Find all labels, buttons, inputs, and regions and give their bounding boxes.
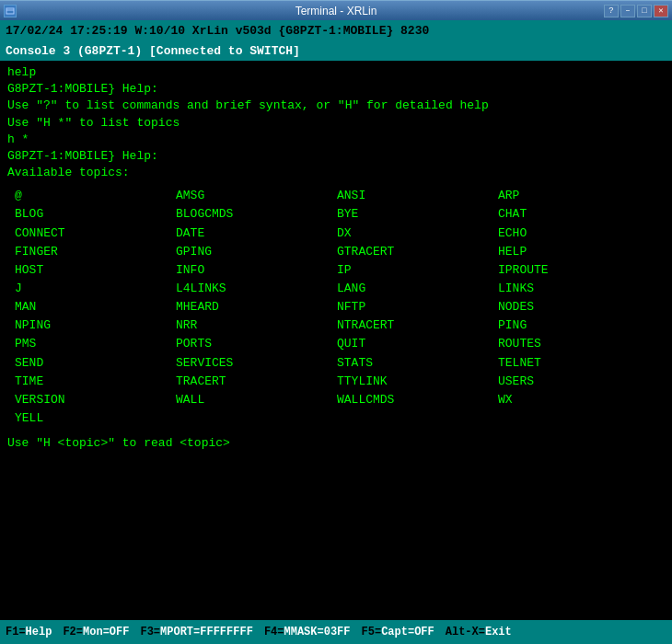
status-text: 17/02/24 17:25:19 W:10/10 XrLin v503d {G… [6, 24, 429, 38]
fn-bar: F1=HelpF2=Mon=OFFF3=MPORT=FFFFFFFFF4=MMA… [0, 620, 672, 644]
terminal-icon [4, 5, 17, 17]
fn-key-2[interactable]: F2=Mon=OFF [57, 620, 134, 644]
terminal-line: Use "?" to list commands and brief synta… [7, 98, 665, 114]
topic-item: WX [498, 391, 659, 409]
topic-item: TTYLINK [337, 373, 498, 391]
topic-item: SERVICES [176, 354, 337, 373]
topic-item: NTRACERT [337, 316, 498, 335]
console-text: Console 3 (G8PZT-1) [Connected to SWITCH… [6, 44, 300, 58]
terminal-line: help [7, 64, 665, 81]
topic-item: LANG [337, 280, 498, 298]
terminal-line: G8PZT-1:MOBILE} Help: [7, 81, 665, 98]
topic-item: NRR [176, 316, 337, 335]
topic-item: TRACERT [176, 373, 337, 391]
terminal-line: Available topics: [7, 165, 665, 181]
topic-item: TELNET [498, 354, 659, 373]
terminal-line: Use "H *" to list topics [7, 115, 665, 132]
svg-rect-0 [6, 8, 14, 14]
topic-item: FINGER [15, 243, 176, 261]
fn-key-4[interactable]: F4=MMASK=03FF [259, 620, 356, 644]
topic-item: BYE [337, 205, 498, 224]
topic-item: AMSG [176, 187, 337, 205]
topic-item: VERSION [15, 391, 176, 409]
fn-key-1[interactable]: F1=Help [0, 620, 57, 644]
topic-item: ARP [498, 187, 659, 205]
topics-list: @AMSGANSIARPBLOGBLOGCMDSBYECHATCONNECTDA… [15, 187, 665, 428]
topic-item: ANSI [337, 187, 498, 205]
fn-key-6[interactable]: Alt-X=Exit [440, 620, 517, 644]
status-bar: 17/02/24 17:25:19 W:10/10 XrLin v503d {G… [0, 20, 672, 40]
help-button[interactable]: ? [604, 5, 619, 17]
topic-item: DX [337, 224, 498, 243]
terminal-output: helpG8PZT-1:MOBILE} Help:Use "?" to list… [7, 64, 665, 181]
fn-key-5[interactable]: F5=Capt=OFF [356, 620, 440, 644]
title-bar-left [4, 5, 17, 17]
topic-item: USERS [498, 373, 659, 391]
topic-item: NFTP [337, 298, 498, 316]
topic-item: L4LINKS [176, 280, 337, 298]
topic-item: PMS [15, 335, 176, 353]
topic-item: GTRACERT [337, 243, 498, 261]
topic-item: SEND [15, 354, 176, 373]
topic-item: STATS [337, 354, 498, 373]
topic-item: HELP [498, 243, 659, 261]
maximize-button[interactable]: □ [637, 5, 652, 17]
topic-item: QUIT [337, 335, 498, 353]
topic-item: MHEARD [176, 298, 337, 316]
close-button[interactable]: ✕ [654, 5, 668, 17]
topic-item: IP [337, 261, 498, 280]
topic-item: NPING [15, 316, 176, 335]
topic-item: J [15, 280, 176, 298]
topic-item: NODES [498, 298, 659, 316]
topic-item: HOST [15, 261, 176, 280]
footer-line: Use "H <topic>" to read <topic> [7, 435, 665, 452]
topic-item: DATE [176, 224, 337, 243]
minimize-button[interactable]: – [620, 5, 635, 17]
window-title: Terminal - XRLin [0, 5, 672, 17]
topic-item: GPING [176, 243, 337, 261]
console-line: Console 3 (G8PZT-1) [Connected to SWITCH… [0, 40, 672, 61]
topic-item: LINKS [498, 280, 659, 298]
topic-item: ECHO [498, 224, 659, 243]
terminal-line: h * [7, 132, 665, 148]
title-bar: Terminal - XRLin ? – □ ✕ [0, 0, 672, 20]
topic-item: MAN [15, 298, 176, 316]
topic-item: PORTS [176, 335, 337, 353]
topic-item: CHAT [498, 205, 659, 224]
topic-item: BLOGCMDS [176, 205, 337, 224]
topic-item: TIME [15, 373, 176, 391]
topic-item: PING [498, 316, 659, 335]
topic-item: CONNECT [15, 224, 176, 243]
fn-key-3[interactable]: F3=MPORT=FFFFFFFF [134, 620, 258, 644]
terminal-line: G8PZT-1:MOBILE} Help: [7, 148, 665, 165]
topic-item: ROUTES [498, 335, 659, 353]
window-controls: ? – □ ✕ [604, 5, 668, 17]
topic-item: YELL [15, 409, 176, 428]
topic-item: WALLCMDS [337, 391, 498, 409]
topic-item: WALL [176, 391, 337, 409]
topic-item: BLOG [15, 205, 176, 224]
topic-item: INFO [176, 261, 337, 280]
terminal-area[interactable]: helpG8PZT-1:MOBILE} Help:Use "?" to list… [0, 61, 672, 620]
topic-item: @ [15, 187, 176, 205]
topic-item: IPROUTE [498, 261, 659, 280]
